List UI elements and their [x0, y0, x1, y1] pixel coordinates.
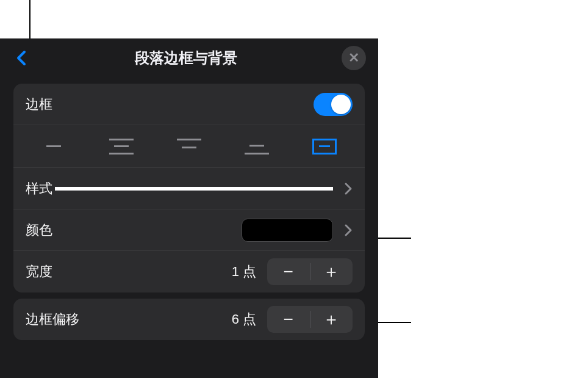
offset-group: 边框偏移 6 点 − ＋	[13, 299, 365, 340]
color-disclosure	[344, 224, 353, 237]
panel-title: 段落边框与背景	[30, 48, 342, 68]
offset-label: 边框偏移	[26, 310, 232, 329]
offset-increment[interactable]: ＋	[310, 306, 353, 333]
border-pos-all[interactable]	[310, 136, 339, 158]
style-row[interactable]: 样式	[13, 168, 365, 209]
color-row[interactable]: 颜色	[13, 209, 365, 251]
border-group: 边框 样式	[13, 84, 365, 293]
color-swatch[interactable]	[242, 219, 333, 242]
chevron-right-icon	[344, 224, 353, 237]
style-preview-line	[55, 187, 333, 191]
width-decrement[interactable]: −	[267, 258, 310, 285]
offset-row: 边框偏移 6 点 − ＋	[13, 299, 365, 340]
border-position-row	[13, 125, 365, 168]
chevron-left-icon	[16, 50, 27, 66]
width-increment[interactable]: ＋	[310, 258, 353, 285]
style-disclosure	[344, 182, 353, 195]
width-value: 1 点	[232, 263, 256, 281]
border-pos-top-bottom[interactable]	[107, 136, 136, 158]
back-button[interactable]	[12, 49, 30, 67]
offset-stepper: − ＋	[267, 306, 353, 333]
border-toggle-row: 边框	[13, 84, 365, 125]
panel-header: 段落边框与背景 ✕	[0, 38, 378, 78]
border-pos-none[interactable]	[39, 136, 68, 158]
chevron-right-icon	[344, 182, 353, 195]
offset-value: 6 点	[232, 310, 256, 329]
border-toggle-label: 边框	[26, 95, 314, 114]
width-label: 宽度	[26, 263, 232, 281]
toggle-knob	[331, 95, 351, 114]
border-pos-bottom[interactable]	[242, 136, 271, 158]
width-stepper: − ＋	[267, 258, 353, 285]
close-button[interactable]: ✕	[342, 46, 366, 70]
width-row: 宽度 1 点 − ＋	[13, 251, 365, 293]
offset-decrement[interactable]: −	[267, 306, 310, 333]
close-icon: ✕	[348, 51, 359, 65]
paragraph-border-panel: 段落边框与背景 ✕ 边框	[0, 38, 378, 378]
style-label: 样式	[26, 180, 52, 198]
border-toggle[interactable]	[314, 93, 353, 116]
color-label: 颜色	[26, 221, 242, 239]
border-pos-top[interactable]	[174, 136, 204, 158]
